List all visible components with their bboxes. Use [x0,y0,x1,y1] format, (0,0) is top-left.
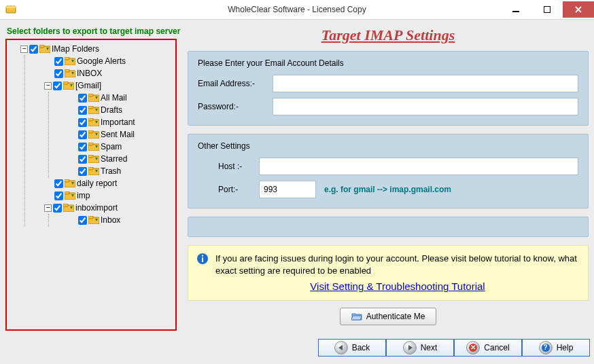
other-group-title: Other Settings [198,141,578,151]
folder-icon [88,94,99,102]
tree-node-inbox[interactable]: INBOX [44,67,174,79]
tree-node-google-alerts[interactable]: Google Alerts [44,55,174,67]
folder-open-icon [351,312,362,321]
checkbox[interactable] [53,81,62,90]
folder-icon [88,155,99,163]
folder-icon [65,192,75,200]
checkbox-root[interactable] [29,45,38,54]
checkbox[interactable] [78,167,87,176]
checkbox[interactable] [53,204,62,213]
titlebar: WholeClear Software - Licensed Copy [0,0,594,20]
page-title: Target IMAP Settings [188,26,589,44]
svg-rect-15 [88,106,93,109]
checkbox[interactable] [54,179,63,188]
tree-node-spam[interactable]: Spam [68,141,174,153]
folder-icon [65,179,75,187]
tree-label: Inbox [101,215,120,225]
tree-label: INBOX [77,69,102,78]
next-label: Next [421,343,438,352]
folder-icon [88,130,99,139]
help-icon: ? [539,341,553,354]
other-settings-group: Other Settings Host :- Port:- e.g. for g… [188,134,589,208]
checkbox[interactable] [78,130,87,139]
checkbox[interactable] [78,216,87,225]
tree-label: imp [77,191,90,200]
collapse-icon[interactable]: − [44,204,52,212]
svg-rect-5 [39,45,44,48]
folder-tree[interactable]: − IMap Folders Google Alerts [8,43,174,226]
cancel-icon: ✕ [466,341,480,354]
tree-node-important[interactable]: Important [68,116,174,128]
tree-node-daily-report[interactable]: daily report [44,177,174,189]
email-label: Email Address:- [198,79,273,88]
svg-rect-11 [63,81,68,84]
tree-label: inboximport [75,203,118,213]
checkbox[interactable] [78,143,87,151]
tree-label: IMap Folders [52,44,99,54]
tree-node-root[interactable]: − IMap Folders [20,43,174,55]
tree-node-starred[interactable]: Starred [68,153,174,165]
tree-node-all-mail[interactable]: All Mail [68,92,174,104]
next-button[interactable]: Next [386,339,454,357]
checkbox[interactable] [78,118,87,127]
collapse-icon[interactable]: − [44,82,52,90]
folder-icon [88,118,99,126]
checkbox[interactable] [78,155,87,164]
tree-node-drafts[interactable]: Drafts [68,104,174,116]
back-label: Back [352,343,370,352]
svg-rect-13 [88,94,93,96]
svg-rect-29 [65,192,69,194]
folder-select-title: Select folders to export to target imap … [7,26,181,36]
info-text: If you are facing issues during login to… [215,253,580,276]
tree-node-sent-mail[interactable]: Sent Mail [68,128,174,141]
folder-icon [63,204,74,212]
tree-label: All Mail [101,93,127,103]
tree-label: Spam [101,142,122,151]
auth-button-label: Authenticate Me [366,312,425,321]
back-button[interactable]: Back [318,339,386,357]
authenticate-button[interactable]: Authenticate Me [340,308,437,325]
svg-rect-33 [88,216,93,219]
port-input[interactable] [259,181,316,198]
host-input[interactable] [259,158,578,175]
tree-label: Important [101,117,135,127]
help-label: Help [557,343,574,352]
svg-rect-9 [65,69,69,72]
folder-tree-container: − IMap Folders Google Alerts [5,39,177,331]
checkbox[interactable] [78,106,87,115]
tree-node-inboximport[interactable]: − inboximport [44,202,174,214]
svg-point-36 [202,255,203,256]
tree-node-trash[interactable]: Trash [68,165,174,177]
spacer-panel [188,217,589,237]
cancel-label: Cancel [484,343,509,352]
checkbox[interactable] [54,69,63,78]
svg-rect-31 [63,204,68,206]
arrow-right-icon [403,341,417,354]
help-button[interactable]: ? Help [522,339,590,357]
tree-label: Sent Mail [101,130,135,139]
tree-node-inboximport-inbox[interactable]: Inbox [68,214,174,226]
account-details-group: Please Enter your Email Account Details … [188,51,589,126]
checkbox[interactable] [54,192,63,200]
port-hint: e.g. for gmail --> imap.gmail.com [324,185,451,194]
cancel-button[interactable]: ✕ Cancel [454,339,522,357]
svg-rect-17 [88,118,93,121]
folder-icon [65,69,75,77]
password-input[interactable] [273,98,578,115]
checkbox[interactable] [78,94,87,103]
tutorial-link[interactable]: Visit Setting & Troubleshooting Tutorial [215,280,580,292]
folder-icon [88,143,99,151]
arrow-left-icon [334,341,348,354]
svg-rect-21 [88,143,93,145]
folder-icon [65,57,75,65]
folder-icon [88,106,99,114]
email-input[interactable] [273,75,578,92]
tree-node-gmail[interactable]: − [Gmail] [44,79,174,92]
folder-icon [88,216,99,224]
checkbox[interactable] [54,57,63,66]
tree-label: Drafts [101,105,122,115]
account-group-title: Please Enter your Email Account Details [198,58,578,68]
window-title: WholeClear Software - Licensed Copy [0,5,594,14]
tree-node-imp[interactable]: imp [44,189,174,202]
collapse-icon[interactable]: − [20,46,28,53]
